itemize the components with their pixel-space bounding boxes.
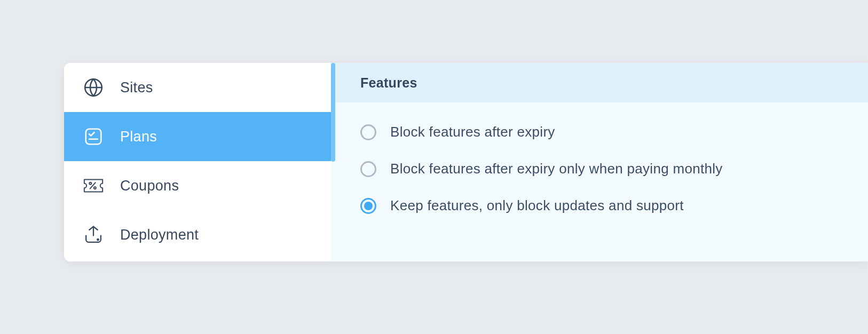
radio-option-block-monthly[interactable]: Block features after expiry only when pa… [360, 161, 839, 177]
svg-line-6 [90, 182, 96, 188]
coupon-icon [83, 175, 104, 196]
radio-dot-icon [364, 202, 373, 210]
sidebar-item-label: Deployment [120, 227, 199, 243]
radio-label: Block features after expiry [390, 124, 555, 140]
sidebar-item-label: Sites [120, 79, 153, 96]
radio-icon [360, 124, 376, 140]
section-header: Features [331, 63, 868, 102]
radio-label: Block features after expiry only when pa… [390, 161, 723, 177]
section-title: Features [360, 75, 417, 91]
svg-point-4 [89, 182, 91, 185]
checklist-icon [83, 126, 104, 147]
radio-label: Keep features, only block updates and su… [390, 197, 684, 214]
radio-group-features: Block features after expiry Block featur… [331, 102, 868, 235]
sidebar-item-label: Coupons [120, 178, 179, 194]
radio-option-block-after-expiry[interactable]: Block features after expiry [360, 124, 839, 140]
radio-option-keep-features[interactable]: Keep features, only block updates and su… [360, 197, 839, 214]
sidebar-item-deployment[interactable]: Deployment [64, 210, 331, 259]
sidebar-item-coupons[interactable]: Coupons [64, 161, 331, 210]
sidebar: Sites Plans Coupons [64, 63, 331, 261]
scroll-indicator[interactable] [331, 63, 335, 162]
svg-point-5 [94, 187, 96, 189]
settings-panel: Sites Plans Coupons [64, 63, 868, 261]
sidebar-item-sites[interactable]: Sites [64, 63, 331, 112]
radio-icon [360, 161, 376, 177]
upload-icon [83, 224, 104, 245]
radio-icon [360, 198, 376, 214]
globe-icon [83, 77, 104, 98]
sidebar-item-label: Plans [120, 129, 157, 145]
svg-rect-2 [86, 129, 101, 145]
sidebar-item-plans[interactable]: Plans [64, 112, 331, 161]
content-area: Features Block features after expiry Blo… [331, 63, 868, 261]
svg-point-7 [97, 239, 98, 240]
